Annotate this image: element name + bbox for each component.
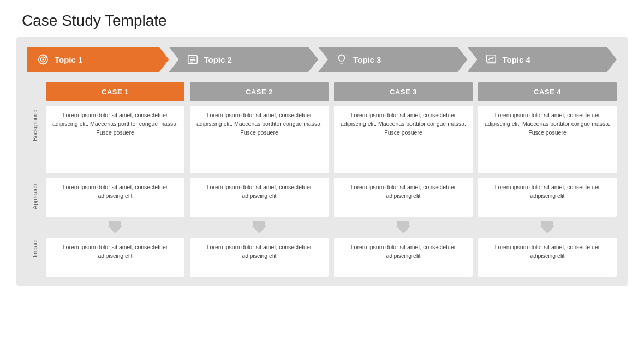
case-4-arrow-down <box>478 221 617 233</box>
case-4-background-card: Lorem ipsum dolor sit amet, consectetuer… <box>478 106 617 173</box>
case-2-background-card: Lorem ipsum dolor sit amet, consectetuer… <box>190 106 329 173</box>
row-labels: Background Approach Impact <box>27 82 43 277</box>
topic-2-arrow[interactable]: Topic 2 <box>169 47 319 72</box>
topic-4-label: Topic 4 <box>503 55 530 64</box>
approach-label: Approach <box>27 169 43 224</box>
case-4-header: CASE 4 <box>478 82 617 101</box>
topic-1-label: Topic 1 <box>55 55 82 64</box>
case-1-approach-card: Lorem ipsum dolor sit amet, consectetuer… <box>46 178 184 217</box>
case-3-approach-card: Lorem ipsum dolor sit amet, consectetuer… <box>334 178 473 217</box>
topic-3-label: Topic 3 <box>353 55 381 64</box>
main-container: Topic 1 Topic 2 <box>16 37 628 286</box>
bulb-icon <box>336 53 348 65</box>
page-title: Case Study Template <box>0 0 644 37</box>
case-2-impact-card: Lorem ipsum dolor sit amet, consectetuer… <box>190 238 329 277</box>
case-4-approach-card: Lorem ipsum dolor sit amet, consectetuer… <box>478 178 617 217</box>
case-3-header: CASE 3 <box>334 82 473 101</box>
topic-4-arrow[interactable]: Topic 4 <box>468 47 617 72</box>
case-2-column: CASE 2 Lorem ipsum dolor sit amet, conse… <box>190 82 329 277</box>
case-2-arrow-down <box>190 221 329 233</box>
case-4-impact-card: Lorem ipsum dolor sit amet, consectetuer… <box>478 238 617 277</box>
case-1-impact-card: Lorem ipsum dolor sit amet, consectetuer… <box>46 238 184 277</box>
case-2-approach-card: Lorem ipsum dolor sit amet, consectetuer… <box>190 178 329 217</box>
case-3-column: CASE 3 Lorem ipsum dolor sit amet, conse… <box>334 82 473 277</box>
chart-icon <box>485 53 497 65</box>
case-1-column: CASE 1 Lorem ipsum dolor sit amet, conse… <box>46 82 184 277</box>
cases-grid: CASE 1 Lorem ipsum dolor sit amet, conse… <box>46 82 617 277</box>
case-3-background-card: Lorem ipsum dolor sit amet, consectetuer… <box>334 106 473 173</box>
impact-label: Impact <box>27 224 43 273</box>
case-3-arrow-down <box>334 221 473 233</box>
svg-point-2 <box>43 59 44 60</box>
case-2-header: CASE 2 <box>190 82 329 101</box>
case-1-background-card: Lorem ipsum dolor sit amet, consectetuer… <box>46 106 184 173</box>
case-4-column: CASE 4 Lorem ipsum dolor sit amet, conse… <box>478 82 617 277</box>
case-3-impact-card: Lorem ipsum dolor sit amet, consectetuer… <box>334 238 473 277</box>
svg-line-10 <box>338 56 338 56</box>
case-1-header: CASE 1 <box>46 82 184 101</box>
background-label: Background <box>27 82 43 169</box>
content-area: Background Approach Impact CASE 1 Lorem … <box>27 82 617 277</box>
topic-3-arrow[interactable]: Topic 3 <box>318 47 468 72</box>
topic-1-arrow[interactable]: Topic 1 <box>27 47 169 72</box>
nav-arrows: Topic 1 Topic 2 <box>27 47 617 72</box>
list-icon <box>187 53 199 65</box>
svg-line-11 <box>345 56 345 56</box>
case-1-arrow-down <box>46 221 184 233</box>
target-icon <box>37 53 49 65</box>
topic-2-label: Topic 2 <box>204 55 232 64</box>
